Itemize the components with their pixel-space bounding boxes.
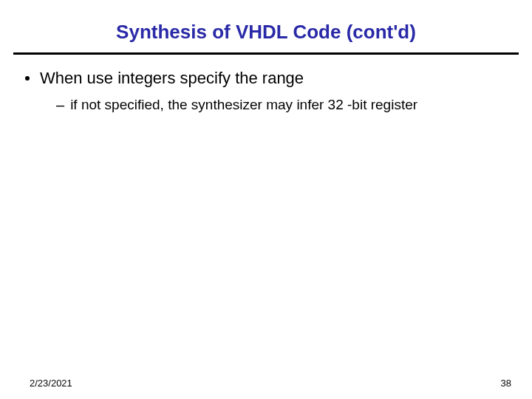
- slide-title: Synthesis of VHDL Code (cont'd): [15, 21, 517, 44]
- body: When use integers specify the range – if…: [0, 55, 532, 114]
- bullet-level-1-text: When use integers specify the range: [40, 68, 304, 89]
- bullet-level-2: – if not specified, the synthesizer may …: [55, 96, 511, 114]
- bullet-level-1: When use integers specify the range: [21, 68, 511, 89]
- footer-date: 2/23/2021: [30, 378, 72, 389]
- slide: Synthesis of VHDL Code (cont'd) When use…: [0, 0, 532, 399]
- footer: 2/23/2021 38: [0, 378, 532, 389]
- footer-page-number: 38: [501, 378, 511, 389]
- bullet-dash-icon: –: [56, 96, 64, 114]
- title-wrap: Synthesis of VHDL Code (cont'd): [0, 0, 532, 51]
- bullet-level-2-text: if not specified, the synthesizer may in…: [70, 96, 417, 114]
- bullet-dot-icon: [25, 76, 30, 81]
